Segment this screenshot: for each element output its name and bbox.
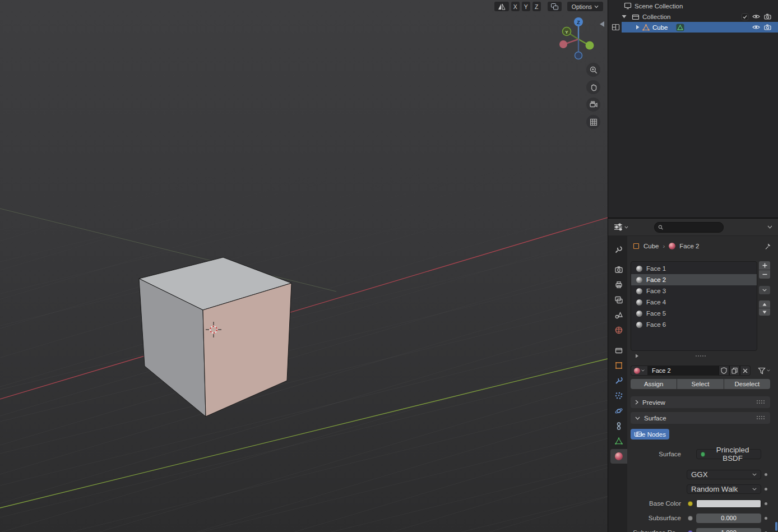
slot-face-4[interactable]: Face 4 (631, 297, 757, 308)
tab-modifiers[interactable] (610, 373, 627, 388)
checkbox-icon[interactable] (742, 13, 748, 20)
slot-face-3[interactable]: Face 3 (631, 285, 757, 297)
use-nodes-button[interactable]: Use Nodes (631, 429, 669, 440)
preview-panel-header[interactable]: Preview (631, 396, 770, 408)
sss-method-dropdown[interactable]: Random Walk (687, 484, 761, 494)
mirror-icon-button[interactable] (494, 2, 509, 11)
search-box[interactable] (654, 222, 724, 233)
breadcrumb-material[interactable]: Face 2 (679, 243, 699, 249)
search-input[interactable] (666, 223, 720, 231)
mirror-x-toggle[interactable]: X (511, 2, 520, 11)
mesh-object-icon (642, 24, 650, 31)
pin-button[interactable] (764, 243, 771, 250)
tab-constraints[interactable] (610, 419, 627, 433)
tab-view-layer[interactable] (610, 293, 627, 307)
animate-dot[interactable] (761, 488, 770, 491)
tab-physics[interactable] (610, 404, 627, 418)
select-button[interactable]: Select (677, 379, 723, 389)
snapping-button[interactable] (548, 2, 562, 11)
mirror-y-toggle[interactable]: Y (522, 2, 530, 11)
browse-material-button[interactable] (631, 366, 647, 376)
add-slot-button[interactable] (759, 261, 770, 270)
zoom-button[interactable] (586, 63, 600, 77)
scrollbar-thumb[interactable] (775, 522, 777, 531)
tab-object[interactable] (610, 358, 627, 373)
subsurface-slider[interactable]: 0.000 (696, 514, 761, 523)
deselect-button[interactable]: Deselect (724, 379, 770, 389)
material-slot-list[interactable]: Face 1 Face 2 Face 3 Face 4 Face 5 Face … (631, 261, 757, 351)
grid-icon (589, 118, 598, 127)
wrench-icon (614, 376, 623, 385)
chevron-down-icon (762, 289, 767, 292)
nodes-icon (636, 431, 643, 438)
material-name-field[interactable]: Face 2 (647, 366, 719, 376)
slot-face-5[interactable]: Face 5 (631, 308, 757, 319)
collapse-arrow-icon[interactable] (622, 15, 627, 18)
slot-specials-button[interactable] (759, 286, 770, 294)
tab-particles[interactable] (610, 388, 627, 403)
camera-icon[interactable] (764, 13, 771, 20)
tab-world[interactable] (610, 323, 627, 337)
properties-icon (614, 223, 623, 231)
fake-user-button[interactable] (719, 366, 729, 376)
distribution-dropdown[interactable]: GGX (687, 470, 761, 479)
gizmo-y-axis[interactable] (586, 41, 594, 50)
mirror-z-toggle[interactable]: Z (532, 2, 541, 11)
slot-face-2-selected[interactable]: Face 2 (631, 274, 757, 285)
slot-operations (759, 261, 770, 351)
tab-render[interactable] (610, 262, 627, 277)
move-slot-down-button[interactable] (759, 308, 770, 316)
panel-grip[interactable] (757, 400, 766, 404)
tab-scene[interactable] (610, 308, 627, 322)
expand-arrow-icon[interactable] (635, 354, 639, 358)
base-color-swatch[interactable] (696, 499, 761, 508)
duplicate-material-button[interactable] (729, 366, 740, 376)
pan-button[interactable] (586, 80, 600, 94)
shader-selector[interactable]: Principled BSDF (696, 449, 761, 459)
gizmo-z-neg-axis[interactable] (575, 52, 582, 59)
camera-view-button[interactable] (586, 98, 600, 112)
toggle-perspective-button[interactable] (586, 115, 600, 129)
outliner-row-cube[interactable]: Cube (608, 22, 778, 33)
assign-button[interactable]: Assign (631, 379, 677, 389)
base-color-row: Base Color (631, 498, 770, 508)
material-sphere-icon (636, 277, 642, 283)
eye-icon[interactable] (752, 24, 760, 30)
remove-slot-button[interactable] (759, 270, 770, 279)
eye-icon[interactable] (752, 13, 760, 20)
triangle-down-icon (762, 311, 767, 314)
subsurface-radius-slider[interactable]: 1.000 (696, 528, 761, 532)
options-dropdown[interactable]: Options (567, 2, 603, 11)
preview-panel-label: Preview (642, 399, 665, 406)
tool-icon (614, 245, 623, 254)
tab-tool[interactable] (610, 242, 627, 257)
editor-type-button[interactable] (614, 223, 628, 231)
scene-canvas[interactable] (0, 0, 608, 532)
expand-arrow-icon[interactable] (636, 25, 640, 30)
viewport-3d[interactable]: X Y Z Options (0, 0, 608, 532)
navigation-gizmo[interactable]: Z Y (554, 15, 603, 64)
chevron-down-icon (641, 369, 645, 372)
tab-output[interactable] (610, 277, 627, 292)
animate-dot[interactable] (761, 473, 770, 476)
outliner-row-scene-collection[interactable]: Scene Collection (608, 1, 778, 11)
animate-dot[interactable] (761, 502, 770, 505)
animate-dot[interactable] (761, 517, 770, 520)
tab-material[interactable] (610, 449, 627, 464)
panel-grip[interactable] (757, 416, 766, 420)
slot-face-1[interactable]: Face 1 (631, 263, 757, 274)
gizmo-x-neg-axis[interactable] (559, 40, 567, 48)
breadcrumb-object[interactable]: Cube (643, 243, 659, 249)
render-icon (614, 265, 623, 274)
slot-face-6[interactable]: Face 6 (631, 319, 757, 330)
move-slot-up-button[interactable] (759, 300, 770, 308)
header-menu-chevron[interactable] (767, 225, 772, 229)
camera-icon[interactable] (764, 24, 771, 30)
unlink-material-button[interactable] (740, 366, 751, 376)
surface-panel-header[interactable]: Surface (631, 412, 770, 424)
outliner-row-collection[interactable]: Collection (608, 11, 778, 22)
filter-button[interactable] (758, 366, 770, 376)
tab-object-data[interactable] (610, 434, 627, 448)
resize-grip[interactable] (696, 355, 706, 357)
tab-collection-properties[interactable] (610, 343, 627, 358)
